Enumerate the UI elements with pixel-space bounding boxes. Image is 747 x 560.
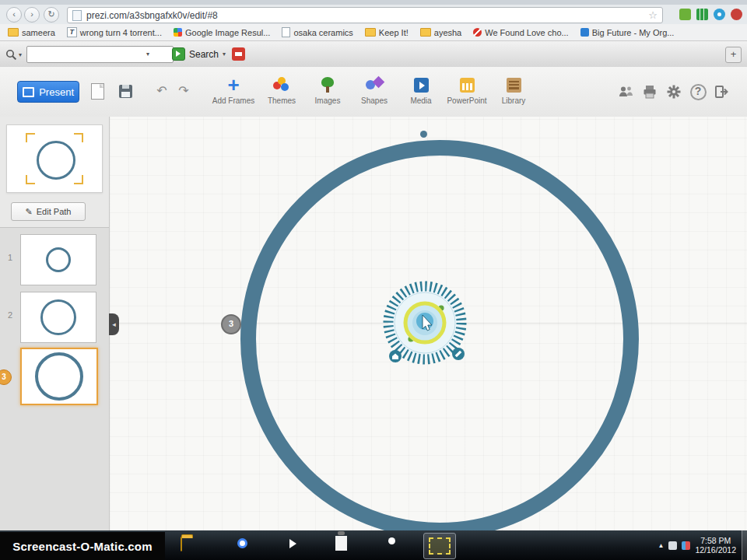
sidebar-collapse-handle[interactable]: ◂ [109,313,119,335]
edit-path-button[interactable]: ✎ Edit Path [11,202,86,221]
torrent-icon: T [67,27,77,37]
presentation-screen-icon [23,87,34,97]
bookmark-star-icon[interactable]: ☆ [648,10,658,20]
help-icon: ? [690,84,707,100]
bookmark-item[interactable]: Keep It! [365,28,409,37]
reload-button[interactable]: ↻ [44,7,59,23]
themes-button[interactable]: Themes [257,75,307,105]
share-users-button[interactable] [615,82,636,101]
present-button[interactable]: Present [17,81,79,103]
taskbar-screen-recorder-icon[interactable] [423,533,456,559]
taskbar-explorer-icon[interactable] [181,537,182,551]
bookmark-label: osaka ceramics [293,28,352,37]
path-marker-3[interactable]: 3 [221,314,241,334]
exit-button[interactable] [711,82,731,101]
google-icon [174,28,182,37]
search-button[interactable]: Search ▾ [167,45,231,63]
bookmark-item[interactable]: Big Future - My Org... [580,28,675,37]
add-frames-button[interactable]: + Add Frames [209,75,258,105]
overview-circle [37,141,75,180]
bookmark-item[interactable]: We Found Love cho... [473,28,568,37]
media-button[interactable]: Media [396,75,446,105]
frame-anchor-dot[interactable] [420,131,427,138]
url-text[interactable]: prezi.com/a3sbngafxk0v/edit/#8 [86,10,218,21]
page-favicon [72,10,82,21]
redo-button[interactable]: ↷ [174,82,193,100]
frame-bracket-icon [26,133,35,142]
search-icon [5,49,17,61]
watermark: Screencast-O-Matic.com [0,532,165,560]
bookmark-label: ayesha [434,28,461,37]
zebra-transform-tool[interactable] [374,271,476,374]
bookmark-item[interactable]: osaka ceramics [282,27,352,37]
undo-button[interactable]: ↶ [153,82,171,100]
folder-icon [365,28,376,37]
print-button[interactable] [640,82,660,101]
recorder-selection-icon [429,537,451,555]
show-desktop-button[interactable] [742,530,747,560]
extension-icons [679,9,742,20]
bookmark-item[interactable]: sameera [8,28,55,37]
bookmark-item[interactable]: Twrong turn 4 torrent... [67,27,162,37]
powerpoint-button[interactable]: PowerPoint [442,75,492,105]
library-button[interactable]: Library [489,75,538,105]
search-go-icon [172,47,185,61]
taskbar-clock[interactable]: 7:58 PM 12/16/2012 [695,536,736,555]
new-prezi-button[interactable] [86,79,109,103]
save-disk-icon [119,85,132,98]
eye-extension-icon[interactable] [714,9,725,20]
blue-site-icon [580,28,589,37]
path-step-thumbnail-3-selected[interactable] [20,348,98,405]
themes-icon [273,77,290,93]
zebra-edit-handle[interactable] [452,348,465,360]
circle-shape [46,247,71,272]
bookmarks-bar: sameera Twrong turn 4 torrent... Google … [0,24,747,41]
save-button[interactable] [114,79,137,103]
signal-bars-extension-icon[interactable] [696,9,708,20]
search-provider-button[interactable]: ▾ [5,47,24,61]
folder-icon [8,28,19,37]
overview-thumbnail[interactable] [6,124,103,193]
tray-flag-icon[interactable] [682,541,690,550]
bookmark-item[interactable]: ayesha [420,28,461,37]
exit-icon [714,85,728,99]
chevron-down-icon: ▾ [223,51,226,58]
tool-label: Images [303,96,352,105]
powerpoint-icon [460,78,475,93]
chevron-down-icon[interactable]: ▾ [146,51,149,58]
collapse-arrow-icon: ◂ [112,320,116,328]
toolbar-add-button[interactable]: + [725,47,742,63]
back-button[interactable]: ‹ [6,7,22,23]
images-button[interactable]: Images [303,75,352,105]
tray-expand-icon[interactable]: ▲ [658,542,665,549]
tool-label: Library [489,96,538,105]
path-step-thumbnail-1[interactable] [20,234,96,285]
tray-status-icon[interactable] [668,541,677,550]
page-icon [282,27,290,37]
system-tray: ▲ 7:58 PM 12/16/2012 [658,530,736,560]
shapes-icon [366,77,383,93]
shapes-button[interactable]: Shapes [349,75,399,105]
zebra-home-handle[interactable] [389,350,402,362]
settings-button[interactable] [664,82,684,101]
address-bar-row: ‹ › ↻ prezi.com/a3sbngafxk0v/edit/#8 ☆ [0,5,747,25]
tool-label: Themes [257,96,307,105]
red-extension-icon[interactable] [731,9,742,20]
pencil-icon: ✎ [26,207,33,217]
clock-date: 12/16/2012 [695,545,736,555]
bookmark-item[interactable]: Google Image Resul... [174,28,270,37]
present-label: Present [39,86,74,98]
circle-shape [35,352,83,401]
path-step-thumbnail-2[interactable] [20,292,96,343]
url-omnibox[interactable]: prezi.com/a3sbngafxk0v/edit/#8 ☆ [67,7,663,23]
folder-icon [420,28,431,37]
search-input[interactable] [26,46,174,63]
bookmark-label: Google Image Resul... [185,28,270,37]
library-icon [507,78,521,93]
users-icon [618,85,633,99]
toolbar-red-addon-icon[interactable] [232,47,245,61]
evernote-extension-icon[interactable] [679,9,691,20]
help-button[interactable]: ? [688,82,708,101]
forward-button[interactable]: › [24,7,40,23]
prezi-canvas[interactable]: 3 [110,117,747,530]
